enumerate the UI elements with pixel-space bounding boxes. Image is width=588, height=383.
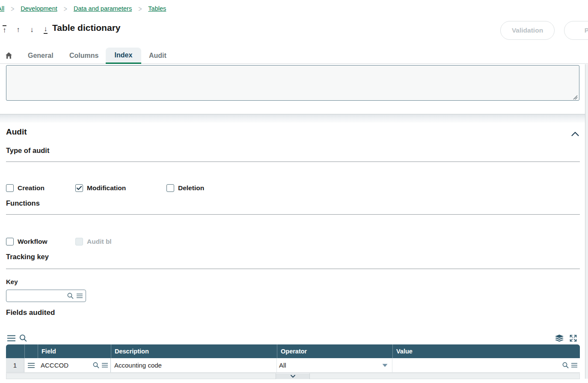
chevron-down-icon — [291, 375, 295, 378]
process-button[interactable]: Proc — [564, 21, 588, 40]
checkmark-icon — [77, 186, 82, 190]
tab-general[interactable]: General — [28, 47, 53, 64]
divider-line — [6, 214, 580, 215]
search-icon — [19, 334, 27, 342]
index-notes-textarea[interactable] — [6, 65, 579, 101]
checkbox-box — [6, 238, 14, 245]
table-header-row: Field Description Operator Value — [6, 344, 580, 358]
validation-button[interactable]: Validation — [500, 21, 555, 40]
breadcrumb: All > Development > Data and parameters … — [0, 5, 166, 12]
home-icon — [5, 52, 12, 59]
expand-icon — [570, 335, 577, 342]
grid-search-button[interactable] — [19, 334, 27, 344]
checkbox-box — [166, 184, 174, 192]
divider-line — [6, 269, 580, 269]
type-of-audit-label: Type of audit — [6, 147, 49, 155]
chevron-up-icon — [571, 132, 579, 136]
checkbox-deletion[interactable]: Deletion — [166, 184, 204, 192]
search-icon — [67, 293, 74, 299]
grid-menu-button[interactable] — [7, 335, 15, 343]
checkbox-label: Creation — [18, 184, 45, 192]
next-record-icon[interactable]: ↓ — [27, 24, 36, 35]
grid-layers-button[interactable] — [555, 335, 564, 344]
checkbox-box-disabled — [75, 238, 83, 245]
operator-cell[interactable]: All — [277, 358, 392, 372]
fields-audited-label: Fields audited — [6, 308, 55, 317]
checkbox-label: Audit bl — [87, 238, 112, 245]
collapse-section-button[interactable] — [570, 129, 580, 138]
value-cell[interactable] — [392, 358, 580, 372]
breadcrumb-link-data-and-parameters[interactable]: Data and parameters — [74, 5, 132, 12]
header-drag — [24, 344, 38, 358]
functions-label: Functions — [6, 199, 40, 207]
breadcrumb-link-tables[interactable]: Tables — [148, 5, 166, 12]
last-record-icon[interactable]: ↓ — [41, 24, 50, 35]
previous-record-icon[interactable]: ↑ — [14, 24, 23, 35]
checkbox-box-checked — [75, 184, 83, 192]
divider-line — [6, 162, 580, 162]
checkbox-label: Workflow — [18, 238, 47, 245]
breadcrumb-separator-icon: > — [138, 4, 142, 13]
search-icon — [93, 362, 99, 368]
checkbox-audit-bl: Audit bl — [75, 238, 112, 245]
key-field-label: Key — [6, 278, 18, 285]
home-tab[interactable] — [5, 50, 15, 61]
tab-index[interactable]: Index — [106, 48, 141, 64]
tab-bar: General Columns Index Audit — [0, 47, 588, 64]
field-value: ACCCOD — [41, 362, 68, 369]
section-divider — [0, 114, 588, 123]
breadcrumb-link-all[interactable]: All — [0, 5, 4, 12]
page-title: Table dictionary — [52, 23, 120, 33]
header-field[interactable]: Field — [38, 344, 111, 358]
row-drag-handle[interactable] — [24, 358, 38, 372]
tab-audit[interactable]: Audit — [149, 47, 166, 64]
hamburger-menu-icon — [102, 363, 108, 368]
breadcrumb-link-development[interactable]: Development — [21, 5, 57, 12]
checkbox-workflow[interactable]: Workflow — [6, 238, 47, 245]
value-actions-button[interactable] — [571, 363, 577, 368]
vertical-scrollbar[interactable] — [585, 64, 588, 379]
hamburger-menu-icon — [7, 335, 15, 341]
operator-value: All — [279, 362, 286, 369]
row-number-cell[interactable]: 1 — [6, 358, 24, 372]
checkbox-creation[interactable]: Creation — [6, 184, 45, 192]
checkbox-modification[interactable]: Modification — [75, 184, 126, 192]
grid-fullscreen-button[interactable] — [570, 335, 577, 344]
description-value: Accounting code — [114, 362, 162, 369]
dropdown-arrow-icon[interactable] — [382, 364, 388, 367]
header-description[interactable]: Description — [111, 344, 277, 358]
tracking-key-label: Tracking key — [6, 253, 49, 261]
expand-rows-button[interactable] — [276, 373, 310, 379]
hamburger-menu-icon — [77, 293, 83, 298]
field-lookup-button[interactable] — [93, 362, 99, 368]
key-input[interactable] — [6, 290, 67, 302]
value-lookup-button[interactable] — [562, 362, 569, 368]
search-icon — [562, 362, 569, 368]
header-row-number — [6, 344, 24, 358]
table-dictionary-page: All > Development > Data and parameters … — [0, 0, 588, 383]
hamburger-menu-icon — [571, 363, 577, 368]
record-navigation: ↑ ↑ ↓ ↓ — [0, 24, 50, 35]
layers-icon — [555, 335, 564, 342]
checkbox-label: Deletion — [178, 184, 204, 192]
key-actions-button[interactable] — [77, 293, 83, 298]
tab-columns[interactable]: Columns — [69, 47, 98, 64]
field-cell[interactable]: ACCCOD — [38, 358, 111, 372]
hamburger-menu-icon — [28, 363, 35, 368]
fields-audited-table: Field Description Operator Value 1 ACCCO… — [6, 344, 580, 373]
checkbox-box — [6, 184, 14, 192]
breadcrumb-separator-icon: > — [11, 4, 14, 13]
table-row: 1 ACCCOD — [6, 358, 580, 373]
table-footer-scrollbar[interactable] — [6, 373, 580, 379]
description-cell: Accounting code — [111, 358, 277, 372]
key-field — [6, 290, 86, 302]
first-record-icon[interactable]: ↑ — [0, 24, 9, 35]
field-actions-button[interactable] — [102, 363, 108, 368]
checkbox-label: Modification — [87, 184, 126, 192]
header-value[interactable]: Value — [392, 344, 580, 358]
audit-section-title: Audit — [6, 127, 27, 137]
breadcrumb-separator-icon: > — [64, 4, 67, 13]
key-lookup-button[interactable] — [67, 293, 74, 299]
header-operator[interactable]: Operator — [277, 344, 392, 358]
